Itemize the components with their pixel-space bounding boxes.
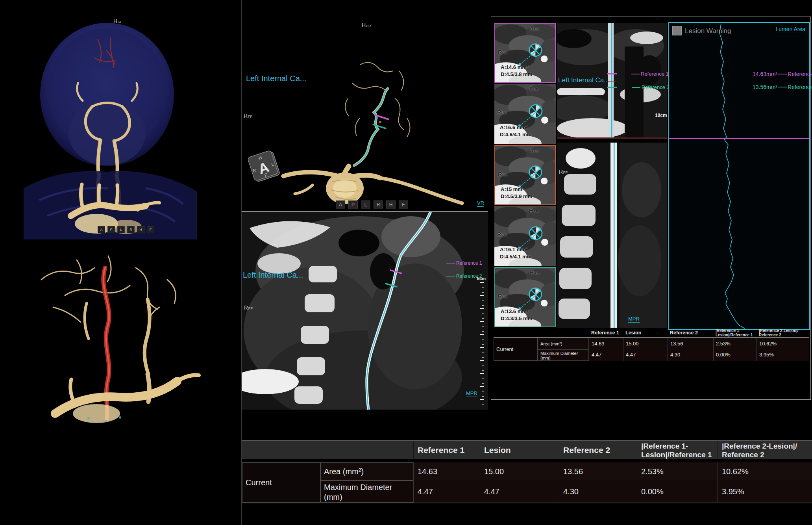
row-group-current: Current — [242, 462, 320, 503]
reference1-leader-line — [778, 74, 787, 74]
area-measurement: A:13.6 mm² — [501, 308, 528, 315]
lesion-warning-checkbox[interactable] — [672, 26, 682, 35]
reference2-annotation: Reference 2 — [632, 84, 670, 90]
cross-section-4[interactable]: HAR RPH A:16.1 mm² D:4.5/4.1 mm — [494, 206, 556, 266]
volume-render-vessels-viewport[interactable] — [0, 241, 241, 525]
cross-section-reference2[interactable]: HAR RPH A:13.6 mm² D:4.3/3.5 mm — [494, 267, 556, 327]
reference2-annotation: Reference 2 — [446, 273, 482, 279]
orientation-label: AHR — [530, 147, 539, 154]
value-diam-reference2: 4.30 — [559, 480, 637, 503]
vessel-analysis-workstation: HAL A P L R H F — [0, 0, 812, 525]
reference1-annotation: Reference 1 — [631, 71, 669, 77]
diameter-measurement: D:4.5/3.9 mm — [501, 193, 532, 200]
measurement-table-main: Reference 1 Lesion Reference 2 |Referenc… — [242, 440, 812, 504]
value-diam-calc2: 3.95% — [718, 480, 812, 503]
orientation-label: RPH — [498, 293, 507, 299]
view-mode-vr-link[interactable]: VR — [477, 200, 484, 207]
axis-button-r[interactable]: R — [127, 226, 135, 233]
table-bottom-border — [242, 503, 812, 503]
stretched-cpr-top-viewport[interactable]: Left Internal Ca... Reference 1 Referenc… — [557, 23, 667, 139]
value-diam-lesion: 4.47 — [480, 480, 559, 503]
orientation-label: AHR — [530, 25, 539, 32]
axis-button-r[interactable]: R — [374, 200, 383, 209]
row-group-current: Current — [494, 338, 538, 361]
cross-section-reference1[interactable]: AHR RPH A:14.6 mm² D:4.5/3.8 mm — [494, 23, 556, 83]
diameter-measurement: D:4.5/3.8 mm — [501, 71, 532, 78]
column-header-reference2: Reference 2 — [668, 328, 713, 337]
column-header-calc2: |Reference 2-Lesion|/Reference 2 — [718, 441, 812, 459]
area-measurement: A:14.6 mm² — [501, 64, 528, 70]
value-area-reference1: 14.63 — [589, 338, 623, 350]
vr-render-image: A H R L F — [242, 0, 488, 211]
cross-section-2[interactable]: AHR RPH A:16.6 mm² D:4.6/4.1 mm — [494, 84, 556, 144]
vessel-tree-render-image — [18, 244, 222, 425]
axis-button-l[interactable]: L — [361, 200, 370, 209]
orientation-label: RPH — [498, 171, 507, 177]
reference2-leader-line — [632, 87, 640, 88]
axis-button-h[interactable]: H — [137, 226, 144, 233]
vessel-name-label: Left Internal Ca... — [558, 76, 609, 84]
value-area-calc2: 10.62% — [718, 462, 812, 480]
value-area-calc1: 2.53% — [637, 462, 718, 480]
metric-area: Area (mm²) — [320, 462, 413, 480]
vessel-name-label: Left Internal Ca... — [246, 74, 306, 83]
value-area-reference2: 13.56 — [559, 462, 637, 480]
cpr-ct-image — [242, 212, 488, 410]
column-header-lesion: Lesion — [480, 441, 559, 459]
axis-button-a[interactable]: A — [98, 226, 105, 233]
orientation-label: HAR — [529, 208, 538, 214]
orientation-label: AHR — [529, 85, 538, 92]
diameter-measurement: D:4.3/3.5 mm — [501, 315, 532, 322]
axis-button-f[interactable]: F — [399, 200, 408, 209]
axis-button-h[interactable]: H — [386, 200, 396, 209]
value-area-lesion: 15.00 — [480, 462, 559, 480]
value-area-lesion: 15.00 — [623, 338, 668, 350]
value-area-calc2: 10.62% — [757, 338, 809, 350]
ruler-scale-label: 5cm — [477, 276, 486, 281]
value-diam-calc1: 0.00% — [637, 480, 718, 503]
orientation-label: RPH — [498, 49, 507, 55]
reference1-annotation: Reference 1 — [446, 260, 482, 266]
orientation-cube[interactable]: A H R L F — [248, 150, 280, 182]
cpr-viewport[interactable]: Left Internal Ca... RFP Reference 1 Refe… — [242, 212, 488, 410]
lumen-area-curve — [720, 24, 745, 328]
orientation-label-hpr: HPR — [362, 22, 371, 28]
metric-area: Area (mm²) — [538, 338, 589, 350]
cross-section-lesion[interactable]: AHR RPH A:15 mm² D:4.5/3.9 mm — [494, 145, 556, 205]
value-diam-reference1: 4.47 — [413, 480, 480, 503]
lumen-area-graph-panel[interactable]: Lesion Warning Lumen Area 14.63mm² Refer… — [668, 22, 810, 330]
diameter-measurement: D:4.5/4.1 mm — [500, 253, 531, 260]
ruler-scale-label: 10cm — [655, 113, 667, 118]
axis-buttons-head: A P L R H F — [98, 226, 154, 233]
axis-button-f[interactable]: F — [147, 226, 154, 233]
volume-render-head-viewport[interactable]: HAL A P L R H F — [0, 0, 241, 241]
value-diam-calc1: 0.00% — [713, 350, 757, 361]
column-header-reference1: Reference 1 — [413, 441, 480, 459]
value-area-reference2: 13.56 — [668, 338, 713, 350]
axis-button-p[interactable]: P — [348, 200, 358, 209]
lumen-area-plot — [669, 23, 809, 329]
axis-button-p[interactable]: P — [107, 226, 115, 233]
reference2-leader-line — [446, 276, 455, 276]
axis-buttons-vr: A P L R H F — [336, 200, 408, 209]
column-header-calc1: |Reference 1-Lesion|/Reference 1 — [637, 441, 718, 459]
orientation-label: HAR — [530, 269, 539, 276]
axis-button-a[interactable]: A — [336, 200, 345, 209]
metric-max-diameter: Maximum Diameter(mm) — [320, 480, 413, 503]
view-mode-mpr-link[interactable]: MPR — [628, 316, 640, 323]
vertical-ruler — [480, 282, 484, 409]
view-mode-mpr-link[interactable]: MPR — [466, 390, 477, 397]
value-area-calc1: 2.53% — [713, 338, 757, 350]
measurement-table-compact: Reference 1 Lesion Reference 2 |Referenc… — [494, 328, 809, 361]
column-header-calc1: |Reference 1-Lesion|/Reference 1 — [713, 328, 757, 337]
column-header-calc2: |Reference 2-Lesion|/Reference 2 — [757, 328, 809, 337]
lumen-area-title-link[interactable]: Lumen Area — [776, 26, 806, 33]
orientation-label: RPH — [497, 109, 507, 115]
axis-button-l[interactable]: L — [117, 226, 125, 233]
column-header-reference1: Reference 1 — [589, 328, 623, 337]
vr-viewport[interactable]: A H R L F HPR Left Internal Ca... RFP A … — [242, 0, 488, 211]
column-header-reference2: Reference 2 — [559, 441, 637, 459]
value-diam-reference2: 4.30 — [668, 350, 713, 361]
area-measurement: A:16.1 mm² — [500, 246, 527, 253]
stretched-cpr-bottom-viewport[interactable]: RFP MPR — [557, 143, 667, 328]
